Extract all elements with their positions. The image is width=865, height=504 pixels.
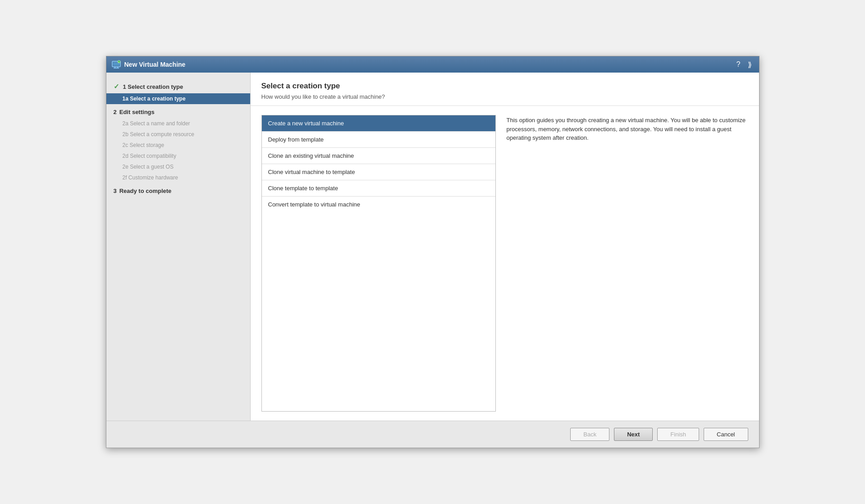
new-vm-dialog: + New Virtual Machine ? ⟫ ✓ 1 Select cre… — [106, 56, 760, 448]
vm-icon: + — [112, 60, 121, 69]
back-button[interactable]: Back — [570, 428, 609, 441]
title-bar-right: ? ⟫ — [735, 60, 754, 70]
options-list: Create a new virtual machine Deploy from… — [261, 115, 496, 412]
step-num-1: 1 — [123, 83, 128, 90]
help-button[interactable]: ? — [735, 60, 742, 69]
sidebar-section-3: 3 Ready to complete — [106, 185, 250, 197]
sidebar-section-title-1: ✓ 1 Select creation type — [106, 80, 250, 93]
sidebar-item-2a[interactable]: 2a Select a name and folder — [106, 118, 250, 129]
sidebar-item-2e[interactable]: 2e Select a guest OS — [106, 161, 250, 172]
footer: Back Next Finish Cancel — [106, 421, 759, 448]
finish-button[interactable]: Finish — [657, 428, 699, 441]
sidebar-item-1a[interactable]: 1a Select a creation type — [106, 93, 250, 104]
sidebar-section-1: ✓ 1 Select creation type 1a Select a cre… — [106, 80, 250, 104]
option-clone-template-to-template[interactable]: Clone template to template — [262, 180, 495, 197]
sidebar-section-title-2: 2 Edit settings — [106, 106, 250, 118]
expand-button[interactable]: ⟫ — [746, 60, 754, 70]
step-num-2: 2 — [114, 109, 117, 115]
sidebar-item-2c[interactable]: 2c Select storage — [106, 140, 250, 151]
main-panel: Create a new virtual machine Deploy from… — [251, 106, 759, 421]
sidebar-item-2b[interactable]: 2b Select a compute resource — [106, 129, 250, 140]
title-bar: + New Virtual Machine ? ⟫ — [106, 56, 759, 73]
sidebar-item-2d[interactable]: 2d Select compatibility — [106, 151, 250, 161]
check-icon-1: ✓ — [114, 82, 119, 91]
description-text: This option guides you through creating … — [507, 117, 746, 141]
next-button[interactable]: Next — [614, 428, 653, 441]
main-content: Select a creation type How would you lik… — [251, 73, 759, 421]
option-create-new[interactable]: Create a new virtual machine — [262, 115, 495, 132]
sidebar-section-title-3: 3 Ready to complete — [106, 185, 250, 197]
dialog-body: ✓ 1 Select creation type 1a Select a cre… — [106, 73, 759, 421]
main-subtitle: How would you like to create a virtual m… — [261, 93, 748, 100]
main-header: Select a creation type How would you lik… — [251, 73, 759, 106]
dialog-title: New Virtual Machine — [124, 61, 186, 68]
main-title: Select a creation type — [261, 82, 748, 91]
option-convert-template[interactable]: Convert template to virtual machine — [262, 197, 495, 212]
option-clone-vm-to-template[interactable]: Clone virtual machine to template — [262, 164, 495, 180]
sidebar-section-label-1: 1 Select creation type — [123, 83, 183, 90]
step-num-3: 3 — [114, 188, 117, 194]
cancel-button[interactable]: Cancel — [704, 428, 748, 441]
option-deploy-template[interactable]: Deploy from template — [262, 132, 495, 148]
sidebar-item-2f[interactable]: 2f Customize hardware — [106, 172, 250, 183]
sidebar-section-2: 2 Edit settings 2a Select a name and fol… — [106, 106, 250, 183]
sidebar: ✓ 1 Select creation type 1a Select a cre… — [106, 73, 251, 421]
description-panel: This option guides you through creating … — [507, 115, 748, 412]
title-bar-left: + New Virtual Machine — [112, 60, 186, 69]
option-clone-vm[interactable]: Clone an existing virtual machine — [262, 148, 495, 164]
